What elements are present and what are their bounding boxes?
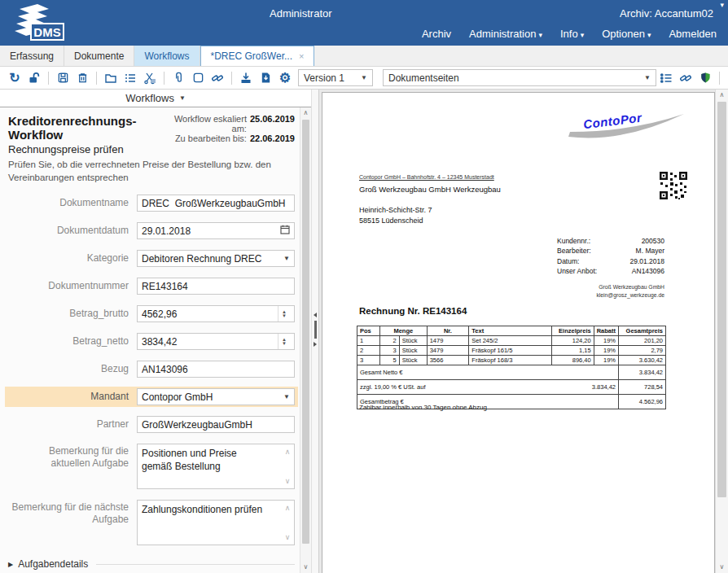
dokumentname-input[interactable] <box>142 198 290 209</box>
workflow-task-name: Rechnungspreise prüfen <box>8 143 171 155</box>
document-toolbar: ↻ ⚙ Version 1 ▼ Dokumentseiten ▼ <box>0 67 728 90</box>
scroll-down-icon[interactable]: ∨ <box>285 477 291 485</box>
field-label: Partner <box>8 418 129 431</box>
panel-scrollbar[interactable]: ∧ ∨ <box>300 107 311 573</box>
due-label: Zu bearbeiten bis: <box>171 133 247 143</box>
workflow-panel: Workflows ▼ Kreditorenrechnungs-Workflow… <box>0 90 311 573</box>
partner-input[interactable] <box>142 419 290 431</box>
scroll-up-icon[interactable]: ∧ <box>716 90 728 101</box>
version-select[interactable]: Version 1 ▼ <box>298 69 373 86</box>
chevron-down-icon: ▼ <box>283 255 290 262</box>
table-footer-row: Gesamt Netto € 3.834,42 <box>357 365 666 380</box>
field-row-partner: Partner <box>5 414 298 435</box>
menu-info[interactable]: Info▾ <box>560 28 584 40</box>
betrag-netto-input[interactable] <box>142 336 278 348</box>
kategorie-select[interactable]: Debitoren Rechnung DREC ▼ <box>137 250 295 267</box>
stepper-down-icon[interactable]: ▼ <box>282 342 287 346</box>
menu-archiv[interactable]: Archiv <box>422 28 451 40</box>
workflow-title: Kreditorenrechnungs-Workflow <box>8 114 171 142</box>
close-tab-icon[interactable]: × <box>299 51 304 61</box>
document-scrollbar[interactable]: ∧ ∨ <box>715 90 728 573</box>
bemerkung-aktuell-textarea[interactable]: Positionen und Preise gemäß Bestellung <box>138 444 281 488</box>
dms-logo-icon: DMS <box>10 2 68 43</box>
scroll-down-icon[interactable]: ∨ <box>300 562 311 573</box>
note-icon[interactable] <box>188 69 208 87</box>
field-label: Dokumentname <box>8 197 129 209</box>
table-footer-row: zzgl. 19,00 % € USt. auf3.834,42 728,54 <box>357 380 666 395</box>
split-document-icon[interactable] <box>140 69 160 87</box>
panel-splitter[interactable] <box>311 90 319 573</box>
menu-optionen[interactable]: Optionen▾ <box>602 28 651 40</box>
link-icon[interactable] <box>208 69 227 87</box>
collapse-right-icon[interactable] <box>314 342 317 347</box>
scrollbar-thumb[interactable] <box>302 120 309 544</box>
import-download-icon[interactable] <box>236 69 256 87</box>
number-stepper[interactable]: ▲▼ <box>278 306 290 321</box>
toolbar-separator <box>48 72 49 85</box>
betrag-brutto-input[interactable] <box>142 308 278 320</box>
chevron-down-icon: ▾ <box>538 31 542 39</box>
permissions-shield-icon[interactable] <box>695 69 715 87</box>
mandant-select[interactable]: Contopor GmbH ▼ <box>137 388 295 405</box>
field-row-bemerkung-naechste: Bemerkung für die nächste Aufgabe Zahlun… <box>5 498 298 547</box>
chevron-down-icon: ▾ <box>647 31 651 39</box>
number-stepper[interactable]: ▲▼ <box>278 334 290 349</box>
scroll-down-icon[interactable]: ∨ <box>285 533 291 541</box>
sender-line: Contopor GmbH – Bahnhofstr. 4 – 12345 Mu… <box>359 174 494 180</box>
escalation-date: 25.06.2019 <box>250 114 295 124</box>
export-file-icon[interactable] <box>256 69 275 87</box>
scroll-up-icon[interactable]: ∧ <box>285 448 291 456</box>
window-caret-icon[interactable]: ▾ <box>720 1 724 9</box>
field-row-bemerkung-aktuell: Bemerkung für die aktuellen Aufgabe Posi… <box>5 442 298 491</box>
invoice-table: Pos Menge Nr. Text Einzelpreis Rabatt Ge… <box>357 326 666 409</box>
scroll-down-icon[interactable]: ∨ <box>716 562 728 573</box>
field-label: Mandant <box>8 391 129 403</box>
calendar-icon[interactable] <box>280 225 290 237</box>
top-bar: DMS Administrator Archiv: Accantum02 ▾ A… <box>0 0 728 46</box>
dokumentnummer-input[interactable] <box>142 281 290 292</box>
scrollbar-thumb[interactable] <box>717 102 726 497</box>
aufgabendetails-expander[interactable]: ▶ Aufgabendetails <box>8 558 295 570</box>
chevron-down-icon: ▼ <box>356 74 367 81</box>
chevron-down-icon: ▾ <box>581 31 585 39</box>
main-area: Workflows ▼ Kreditorenrechnungs-Workflow… <box>0 90 728 573</box>
stepper-down-icon[interactable]: ▼ <box>282 314 287 318</box>
field-label: Bemerkung für die nächste Aufgabe <box>8 500 129 526</box>
scroll-up-icon[interactable]: ∧ <box>300 107 311 119</box>
refresh-icon[interactable]: ↻ <box>5 69 24 87</box>
splitter-handle[interactable] <box>314 321 317 339</box>
toolbar-separator <box>719 72 720 85</box>
bemerkung-naechste-textarea[interactable]: Zahlungskonditionen prüfen <box>138 501 281 545</box>
table-row: 12 Stück1479 Set 245/2124,20 19%201,20 <box>357 336 666 346</box>
save-icon[interactable] <box>53 69 72 87</box>
collapse-left-icon[interactable] <box>314 313 317 317</box>
scroll-up-icon[interactable]: ∧ <box>285 504 291 512</box>
document-pages-select[interactable]: Dokumentseiten ▼ <box>383 69 656 86</box>
dokumentdatum-input[interactable] <box>142 225 280 237</box>
folder-icon[interactable] <box>101 69 121 87</box>
settings-gear-icon[interactable]: ⚙ <box>275 69 295 87</box>
tab-dokumente[interactable]: Dokumente <box>64 46 134 66</box>
delete-trash-icon[interactable] <box>72 69 92 87</box>
qr-code <box>659 171 688 200</box>
task-list-icon[interactable] <box>656 69 676 87</box>
unlock-icon[interactable] <box>24 69 44 87</box>
tab-erfassung[interactable]: Erfassung <box>0 46 64 66</box>
workflow-form: Kreditorenrechnungs-Workflow Rechnungspr… <box>0 107 300 573</box>
workflows-panel-selector[interactable]: Workflows ▼ <box>0 90 311 107</box>
menu-abmelden[interactable]: Abmelden <box>669 28 717 40</box>
tab-document-drec[interactable]: *DREC GroßWer... × <box>200 46 315 66</box>
field-label: Dokumentdatum <box>8 225 129 237</box>
index-list-icon[interactable] <box>121 69 140 87</box>
attachment-paperclip-icon[interactable] <box>169 69 188 87</box>
main-menu: Archiv Administration▾ Info▾ Optionen▾ A… <box>422 28 717 40</box>
menu-administration[interactable]: Administration▾ <box>469 28 542 40</box>
escalation-label: Workflow eskaliert am: <box>171 114 247 133</box>
bezug-input[interactable] <box>142 364 290 375</box>
table-row: 35 Stück3566 Fräskopf 168/3896,40 19%3.6… <box>357 356 666 365</box>
toolbar-separator <box>231 72 232 85</box>
tab-strip: Erfassung Dokumente Workflows *DREC Groß… <box>0 46 728 67</box>
link-icon[interactable] <box>676 69 695 87</box>
tab-workflows[interactable]: Workflows <box>134 46 200 66</box>
help-icon[interactable]: ? <box>724 69 728 87</box>
